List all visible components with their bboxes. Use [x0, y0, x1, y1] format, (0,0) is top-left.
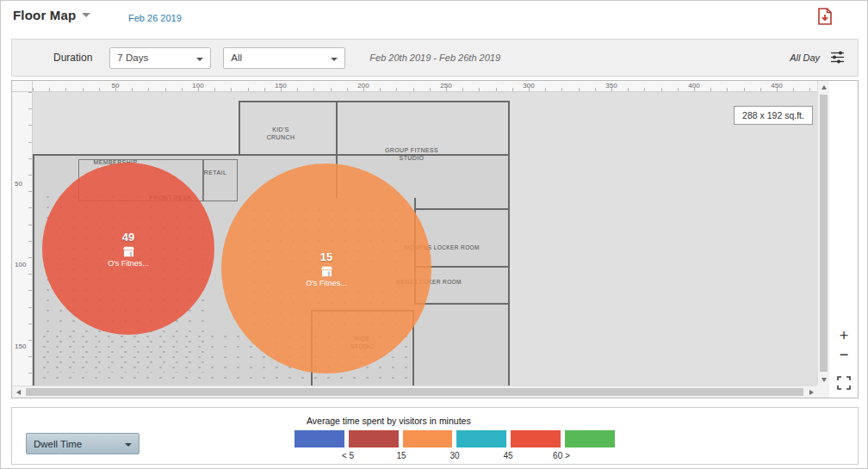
bubble-value: 49 [122, 231, 134, 244]
bubble-value: 15 [320, 250, 332, 263]
floor-map-app: Floor Map Feb 26 2019 Duration 7 Days Al… [0, 0, 868, 469]
ruler-corner [12, 81, 33, 92]
dwell-bubble[interactable]: 49 O's Fitnes... [42, 163, 214, 335]
horizontal-ruler: 50 100 150 200 250 300 350 400 450 [33, 81, 817, 92]
legend-swatch [294, 430, 344, 447]
legend-label: 45 [503, 451, 512, 460]
chevron-down-icon [82, 13, 90, 22]
ruler-tick-label: 50 [15, 180, 22, 188]
legend-label: 15 [396, 451, 406, 460]
ruler-tick-label: 150 [15, 342, 26, 350]
legend-label: 60 > [553, 451, 570, 460]
scroll-down-button[interactable] [818, 373, 830, 386]
arrow-left-icon [16, 390, 21, 395]
filter-toolbar: Duration 7 Days All Feb 20th 2019 - Feb … [11, 39, 859, 77]
room-label-kids-crunch: KID'S CRUNCH [260, 126, 301, 142]
map-controls-strip: + − [829, 81, 858, 398]
vertical-scrollbar[interactable] [817, 81, 829, 386]
legend-labels: < 5 15 30 45 60 > [294, 451, 615, 462]
duration-value: 7 Days [117, 52, 148, 63]
room-label-retail: RETAIL [204, 169, 226, 176]
scroll-right-button[interactable] [805, 386, 817, 398]
ruler-tick-label: 350 [605, 82, 617, 89]
scrollbar-corner [817, 386, 829, 398]
horizontal-scrollbar-thumb[interactable] [26, 388, 803, 396]
legend-swatch [456, 430, 506, 447]
legend-swatch [565, 430, 615, 447]
horizontal-scrollbar[interactable] [12, 386, 817, 398]
time-filter-text: All Day [790, 52, 820, 63]
floor-map-selector[interactable]: Floor Map [13, 8, 90, 22]
date-range-text: Feb 20th 2019 - Feb 26th 2019 [369, 52, 500, 63]
chevron-down-icon [331, 58, 338, 65]
legend-swatches [294, 430, 615, 447]
legend-swatch [349, 430, 399, 447]
area-dropdown[interactable]: All [223, 47, 345, 69]
floor-map-panel: 50 100 150 200 250 300 350 400 450 50 10… [11, 80, 859, 398]
ruler-tick-label: 300 [523, 82, 534, 89]
ruler-tick-label: 400 [688, 82, 699, 89]
fullscreen-icon [836, 375, 852, 391]
ruler-tick-label: 150 [275, 82, 286, 89]
chevron-down-icon [196, 58, 203, 65]
filter-settings-button[interactable] [830, 51, 846, 65]
fullscreen-button[interactable] [836, 375, 852, 391]
legend-label: 30 [450, 451, 459, 460]
arrow-down-icon [822, 378, 827, 382]
legend-swatch [511, 430, 561, 447]
page-title: Floor Map [13, 8, 76, 22]
arrow-right-icon [809, 390, 814, 395]
date-link[interactable]: Feb 26 2019 [128, 13, 182, 23]
zoom-out-button[interactable]: − [835, 346, 852, 363]
scroll-left-button[interactable] [12, 386, 24, 398]
metric-value: Dwell Time [34, 439, 82, 449]
dwell-bubble[interactable]: 15 O's Fitnes... [221, 164, 431, 373]
vertical-scrollbar-thumb[interactable] [820, 95, 828, 372]
legend-panel: Dwell Time Average time spent by visitor… [11, 407, 859, 465]
legend-swatch [403, 430, 453, 447]
wall [414, 303, 510, 305]
map-canvas[interactable]: MEMBERSHIP RETAIL FRONT DESK KID'S CRUNC… [33, 92, 817, 386]
scroll-up-button[interactable] [818, 81, 830, 93]
legend-title: Average time spent by visitors in minute… [294, 416, 615, 426]
map-dimensions-badge: 288 x 192 sq.ft. [734, 106, 813, 125]
ruler-tick-label: 50 [112, 82, 120, 89]
wall [414, 208, 510, 210]
map-viewport: 50 100 150 200 250 300 350 400 450 50 10… [12, 81, 829, 398]
ruler-tick-label: 450 [771, 82, 782, 89]
dwell-time-legend: Average time spent by visitors in minute… [294, 416, 615, 462]
zoom-in-button[interactable]: + [835, 327, 852, 344]
store-icon [122, 246, 135, 257]
bubble-store-name: O's Fitnes... [108, 259, 149, 268]
ruler-tick-label: 200 [357, 82, 369, 89]
room-label-group-fitness-studio: GROUP FITNESS STUDIO [379, 146, 444, 163]
duration-dropdown[interactable]: 7 Days [109, 47, 211, 69]
arrow-up-icon [822, 85, 827, 89]
bubble-store-name: O's Fitnes... [306, 279, 347, 287]
vertical-ruler: 50 100 150 [12, 92, 33, 386]
area-value: All [231, 52, 242, 63]
duration-label: Duration [53, 52, 92, 64]
sliders-icon [830, 51, 845, 64]
metric-dropdown[interactable]: Dwell Time [26, 433, 140, 454]
store-icon [320, 266, 333, 277]
export-report-button[interactable] [815, 7, 834, 26]
download-report-icon [815, 7, 834, 26]
chevron-down-icon [125, 443, 132, 450]
legend-label: < 5 [342, 451, 354, 460]
ruler-tick-label: 250 [440, 82, 451, 89]
ruler-tick-label: 100 [15, 261, 26, 268]
ruler-tick-label: 100 [192, 82, 203, 89]
header: Floor Map Feb 26 2019 [1, 1, 867, 35]
